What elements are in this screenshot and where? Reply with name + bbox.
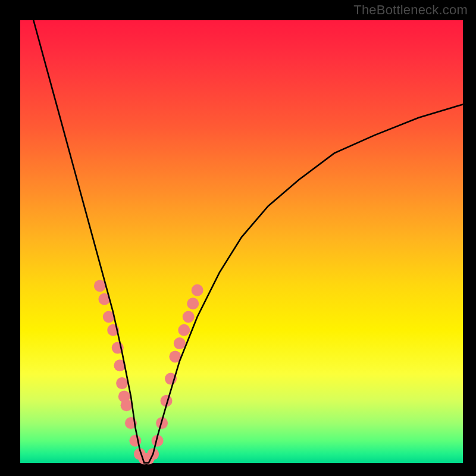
- curve-marker: [178, 324, 190, 336]
- plot-area: [20, 20, 463, 463]
- curve-marker: [192, 284, 203, 296]
- curve-marker: [121, 399, 133, 411]
- bottleneck-curve: [20, 20, 463, 463]
- curve-marker: [187, 298, 199, 309]
- curve-marker: [174, 337, 186, 349]
- curve-marker: [116, 377, 128, 389]
- marker-layer: [94, 280, 203, 464]
- chart-frame: TheBottleneck.com: [0, 0, 476, 476]
- curve-line: [33, 20, 463, 463]
- watermark-text: TheBottleneck.com: [353, 2, 468, 18]
- curve-marker: [183, 311, 195, 323]
